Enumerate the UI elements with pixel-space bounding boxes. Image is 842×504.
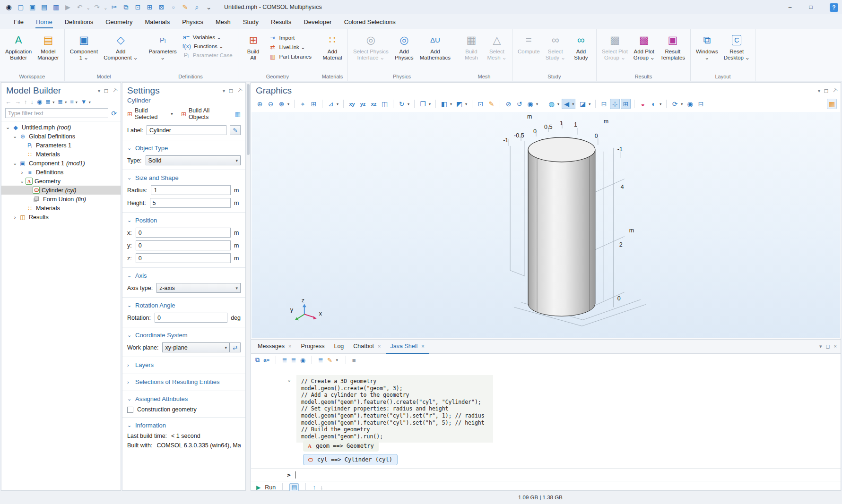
autocomplete-icon[interactable]: a= [263, 357, 269, 363]
y-input[interactable]: 0 [136, 240, 231, 250]
panel-menu-icon[interactable]: ▾ [818, 87, 821, 94]
expander-icon[interactable]: ⌄ [11, 133, 18, 139]
rotate-icon[interactable]: ↻ [397, 99, 407, 109]
save-as-icon[interactable]: ▥ [50, 0, 62, 14]
zoom-box-caret-icon[interactable]: ▾ [287, 102, 289, 106]
tree-node-form-union[interactable]: Form Union(fin) [1, 195, 121, 204]
build-mesh-button[interactable]: ▦BuildMesh [459, 32, 484, 62]
update-icon[interactable]: ⟳ [670, 99, 680, 109]
java-shell-code-block[interactable]: // Create a 3D geometrymodel.geom().crea… [296, 375, 493, 443]
import-button[interactable]: ⇥Import [269, 34, 312, 41]
pin-panel-icon[interactable]: ⊤ [830, 86, 838, 94]
functions-button[interactable]: f(x)Functions ⌄ [182, 43, 233, 50]
sound-icon[interactable]: ◀ [562, 99, 572, 109]
shell-output-green[interactable]: Ageom ==> Geometry [303, 440, 379, 452]
section-header-selections-of-resulting-entities[interactable]: ›Selections of Resulting Entities [127, 376, 241, 386]
view-hidden-caret-icon[interactable]: ▾ [536, 102, 538, 106]
shell-output-blue[interactable]: cyl ==> Cylinder (cyl) [303, 454, 398, 465]
chevron-down-icon[interactable]: ⌄ [127, 332, 131, 338]
color-theme-caret-icon[interactable]: ▾ [429, 102, 431, 106]
add-mathematics-button[interactable]: ΔUAddMathematics [417, 32, 453, 62]
sound-caret-icon[interactable]: ▾ [571, 99, 575, 109]
copy-icon[interactable]: ⧉ [120, 0, 132, 14]
annotate-icon[interactable]: ✎ [179, 0, 191, 14]
clear-shell-caret-icon[interactable]: ▾ [336, 358, 338, 362]
line-wrap-icon[interactable]: ≣ [318, 357, 323, 364]
menu-item-definitions[interactable]: Definitions [64, 15, 94, 28]
close-tab-icon[interactable]: × [421, 343, 424, 349]
panel-menu-icon[interactable]: ▾ [223, 87, 226, 94]
redo-caret-icon[interactable]: ⌄ [104, 6, 108, 10]
menu-item-geometry[interactable]: Geometry [105, 15, 133, 28]
go-forward-icon[interactable]: → [15, 99, 21, 105]
add-component-button[interactable]: ◇AddComponent ⌄ [101, 32, 140, 62]
zoom-extents-icon[interactable]: ⌖ [298, 99, 308, 109]
collapse-all-icon[interactable]: ≣ [58, 99, 63, 105]
x-input[interactable]: 0 [136, 228, 231, 238]
open-file-icon[interactable]: ▣ [26, 0, 38, 14]
model-manager-button[interactable]: ▤ModelManager [35, 32, 61, 62]
pin-panel-icon[interactable]: ⊤ [235, 86, 243, 94]
section-header-axis[interactable]: ⌄Axis [127, 270, 241, 280]
section-header-object-type[interactable]: ⌄Object Type [127, 142, 241, 153]
select-plot-group-button[interactable]: ▩Select PlotGroup ⌄ [599, 32, 631, 62]
fit-window-icon[interactable]: ⊞ [309, 99, 319, 109]
add-plot-group-button[interactable]: ▩Add PlotGroup ⌄ [631, 32, 658, 62]
3d-scene[interactable]: m-1-0.500.511m0-14m20 zyx [252, 112, 840, 338]
label-field[interactable]: Cylinder [147, 125, 226, 135]
clear-shell-icon[interactable]: ✎ [327, 357, 332, 364]
color-theme-icon[interactable]: ❐ [418, 99, 428, 109]
tree-node-cylinder[interactable]: Cylinder(cyl) [1, 186, 121, 195]
z-input[interactable]: 0 [136, 253, 231, 263]
material-rendering-caret-icon[interactable]: ▾ [450, 102, 452, 106]
type-select[interactable]: Solid▾ [146, 155, 241, 165]
component-1-button[interactable]: ▣Component1 ⌄ [67, 32, 101, 62]
chevron-down-icon[interactable]: ⌄ [127, 422, 131, 428]
axis-type-select[interactable]: z-axis▾ [156, 283, 241, 293]
split-view-icon[interactable]: ⊟ [599, 99, 609, 109]
undo-icon[interactable]: ↶ [74, 0, 86, 14]
menu-item-file[interactable]: File [13, 15, 24, 28]
hide-objects-icon[interactable]: ⊘ [503, 99, 513, 109]
section-header-layers[interactable]: ›Layers [127, 359, 241, 369]
save-icon[interactable]: ▤ [38, 0, 50, 14]
run-button[interactable]: Run [265, 484, 276, 491]
close-tab-icon[interactable]: × [288, 343, 291, 349]
construction-geometry-checkbox[interactable] [127, 407, 133, 413]
menu-item-developer[interactable]: Developer [303, 15, 332, 28]
chevron-down-icon[interactable]: ⌄ [127, 217, 131, 223]
parameters-button[interactable]: PᵢParameters⌄ [146, 32, 179, 62]
settings-scrollbar[interactable] [246, 82, 250, 491]
menu-item-study[interactable]: Study [243, 15, 259, 28]
minimize-button[interactable]: – [780, 0, 800, 14]
tree-node-materials-global[interactable]: ∷Materials [1, 150, 121, 159]
rotation-input[interactable]: 0 [155, 313, 227, 323]
redo-icon[interactable]: ↷ [91, 0, 103, 14]
add-material-button[interactable]: ∷AddMaterial [320, 32, 345, 62]
scene-light-icon[interactable]: ◩ [454, 99, 464, 109]
result-templates-button[interactable]: ▣ResultTemplates [658, 32, 688, 62]
compute-button[interactable]: =Compute [515, 32, 543, 56]
chevron-down-icon[interactable]: ⌄ [127, 175, 131, 181]
add-physics-button[interactable]: ◎AddPhysics [391, 32, 417, 62]
show-axis-orientation-icon[interactable]: ⊹ [610, 99, 620, 109]
show-output-icon[interactable]: ◉ [300, 357, 305, 364]
panel-menu-icon[interactable]: ▾ [819, 343, 822, 350]
tree-node-global-definitions[interactable]: ⌄⊕Global Definitions [1, 132, 121, 141]
part-libraries-button[interactable]: ▥Part Libraries [269, 53, 312, 60]
menu-item-mesh[interactable]: Mesh [215, 15, 231, 28]
view-yz-icon[interactable]: yz [358, 99, 368, 109]
section-header-information[interactable]: ⌄Information [127, 419, 241, 430]
tree-node-parameters-1[interactable]: PᵢParameters 1 [1, 141, 121, 150]
chevron-right-icon[interactable]: › [127, 379, 131, 385]
add-study-button[interactable]: ∞AddStudy [568, 32, 594, 62]
copy-all-icon[interactable]: ⧉ [255, 356, 260, 364]
zoom-in-icon[interactable]: ⊕ [255, 99, 265, 109]
menu-item-results[interactable]: Results [270, 15, 292, 28]
color-palette-icon[interactable]: ◐ [649, 99, 659, 109]
view-hidden-icon[interactable]: ◉ [525, 99, 535, 109]
select-box-icon[interactable]: ▫ [167, 0, 179, 14]
dock-widget-icon[interactable]: ▦ [827, 99, 837, 109]
tree-node-materials-component[interactable]: ∷Materials [1, 204, 121, 213]
reset-hiding-icon[interactable]: ↺ [514, 99, 524, 109]
